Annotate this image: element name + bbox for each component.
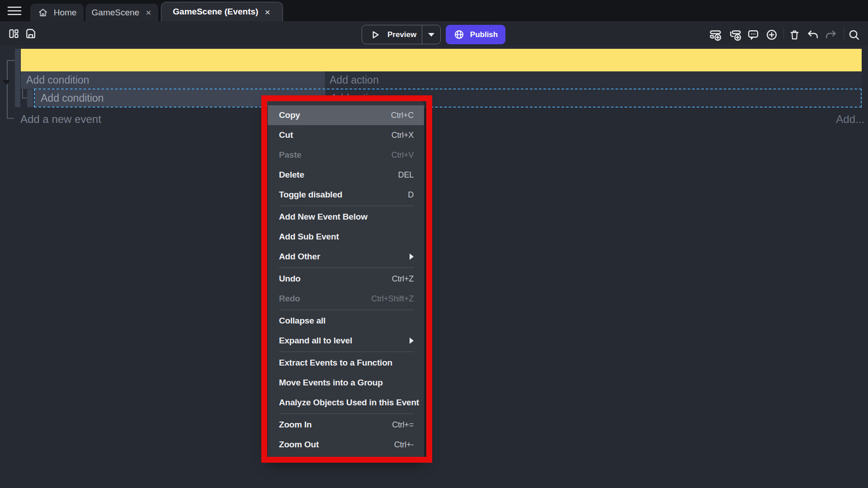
menu-item-analyze-objects-used-in-this-event[interactable]: Analyze Objects Used in this Event (268, 393, 424, 413)
menu-item-shortcut: D (408, 190, 414, 200)
hamburger-icon (6, 5, 23, 16)
menu-item-delete[interactable]: DeleteDEL (268, 165, 424, 185)
menu-item-shortcut: Ctrl+X (392, 131, 414, 140)
menu-item-label: Undo (279, 274, 392, 284)
events-sheet: Add condition Add action Add condition A… (0, 45, 868, 488)
tree-connector (7, 60, 15, 61)
selected-event-highlight[interactable] (21, 49, 862, 71)
menu-item-shortcut: Ctrl+V (392, 150, 414, 160)
menu-item-zoom-out[interactable]: Zoom OutCtrl+- (268, 435, 424, 455)
undo-button[interactable] (806, 28, 820, 42)
preview-label: Preview (387, 30, 416, 39)
menu-item-add-other[interactable]: Add Other (268, 247, 424, 267)
toolbar-separator (783, 28, 784, 39)
menu-item-label: Zoom In (279, 420, 392, 430)
trash-icon (788, 29, 801, 41)
menu-item-expand-all-to-level[interactable]: Expand all to level (268, 331, 424, 351)
add-sub-event-icon (729, 28, 742, 42)
preview-button[interactable]: Preview (362, 25, 441, 44)
menu-item-label: Delete (279, 170, 398, 180)
undo-icon (807, 28, 819, 41)
add-condition-link[interactable]: Add condition (21, 71, 325, 89)
choose-add-event-button[interactable] (764, 28, 779, 42)
menu-item-label: Analyze Objects Used in this Event (279, 398, 419, 408)
menu-item-paste[interactable]: PasteCtrl+V (268, 145, 424, 165)
menu-item-label: Move Events into a Group (279, 378, 414, 388)
menu-item-label: Zoom Out (279, 440, 394, 450)
add-event-button[interactable] (708, 28, 722, 42)
menu-divider (279, 267, 414, 268)
tree-connector (7, 60, 8, 119)
menu-item-shortcut: Ctrl+= (392, 420, 414, 430)
event-gutter[interactable] (15, 49, 20, 107)
menu-item-collapse-all[interactable]: Collapse all (268, 311, 424, 331)
toolbar-separator (844, 28, 844, 39)
tab-label: GameScene (Events) (173, 7, 258, 17)
delete-button[interactable] (787, 28, 802, 42)
button-divider (422, 25, 422, 44)
save-icon (24, 27, 37, 40)
menu-item-shortcut: DEL (398, 170, 414, 180)
tab-label: Home (54, 8, 77, 18)
menu-item-move-events-into-a-group[interactable]: Move Events into a Group (268, 373, 424, 393)
main-menu-button[interactable] (6, 5, 23, 16)
menu-item-copy[interactable]: CopyCtrl+C (268, 105, 424, 125)
home-icon (38, 7, 48, 18)
menu-item-label: Copy (279, 110, 391, 120)
add-event-icon (709, 28, 722, 42)
selected-sub-event-row[interactable]: Add condition Add action (34, 89, 862, 108)
collapse-event-arrow-icon[interactable] (2, 80, 10, 85)
add-action-link[interactable]: Add action (326, 71, 862, 89)
comment-icon (747, 28, 760, 41)
sub-event-gutter[interactable] (27, 89, 33, 107)
tab-close-icon[interactable]: × (145, 8, 152, 17)
menu-item-extract-events-to-a-function[interactable]: Extract Events to a Function (268, 353, 424, 373)
menu-item-label: Add Other (279, 252, 410, 262)
tree-connector (22, 98, 27, 99)
layout-panels-button[interactable] (6, 26, 21, 41)
tab-gamescene[interactable]: GameScene × (85, 4, 158, 21)
tab-close-icon[interactable]: × (264, 7, 271, 17)
menu-divider (279, 413, 414, 414)
menu-item-shortcut: Ctrl+- (394, 440, 414, 450)
gdevelop-editor-window: Home GameScene × GameScene (Events) × (0, 0, 868, 488)
submenu-arrow-icon (410, 338, 414, 344)
search-icon (848, 28, 860, 41)
menu-item-label: Extract Events to a Function (279, 358, 414, 368)
menu-item-shortcut: Ctrl+C (391, 111, 414, 120)
menu-item-label: Expand all to level (279, 336, 410, 346)
add-more-link[interactable]: Add... (836, 113, 864, 126)
menu-item-label: Add New Event Below (279, 212, 414, 222)
search-button[interactable] (847, 28, 861, 42)
menu-item-redo[interactable]: RedoCtrl+Shift+Z (268, 289, 424, 309)
publish-button[interactable]: Publish (446, 25, 505, 44)
menu-item-toggle-disabled[interactable]: Toggle disabledD (268, 185, 424, 205)
tree-connector (22, 89, 23, 99)
menu-item-cut[interactable]: CutCtrl+X (268, 125, 424, 145)
menu-divider (279, 352, 414, 352)
tree-connector (7, 118, 14, 119)
tab-bar: Home GameScene × GameScene (Events) × (0, 0, 868, 21)
tab-gamescene-events[interactable]: GameScene (Events) × (161, 2, 283, 21)
menu-item-label: Add Sub Event (279, 232, 414, 242)
submenu-arrow-icon (410, 253, 414, 260)
tab-home[interactable]: Home (30, 4, 84, 21)
menu-item-shortcut: Ctrl+Shift+Z (371, 294, 414, 304)
events-toolbar: Preview Publish (0, 21, 868, 45)
redo-icon (825, 28, 837, 41)
add-sub-event-button[interactable] (728, 28, 742, 42)
redo-button[interactable] (824, 28, 838, 42)
menu-item-zoom-in[interactable]: Zoom InCtrl+= (268, 415, 424, 435)
save-button[interactable] (24, 26, 38, 41)
context-menu: CopyCtrl+CCutCtrl+XPasteCtrl+VDeleteDELT… (268, 101, 424, 459)
add-comment-button[interactable] (746, 28, 760, 42)
add-new-event-link[interactable]: Add a new event (20, 113, 101, 126)
publish-label: Publish (470, 30, 498, 39)
layout-panels-icon (8, 28, 20, 40)
menu-item-add-new-event-below[interactable]: Add New Event Below (268, 207, 424, 227)
preview-dropdown-caret-icon[interactable] (428, 33, 434, 37)
menu-item-undo[interactable]: UndoCtrl+Z (268, 269, 424, 289)
menu-item-label: Paste (279, 150, 392, 160)
menu-item-add-sub-event[interactable]: Add Sub Event (268, 227, 424, 247)
menu-item-label: Toggle disabled (279, 190, 408, 200)
